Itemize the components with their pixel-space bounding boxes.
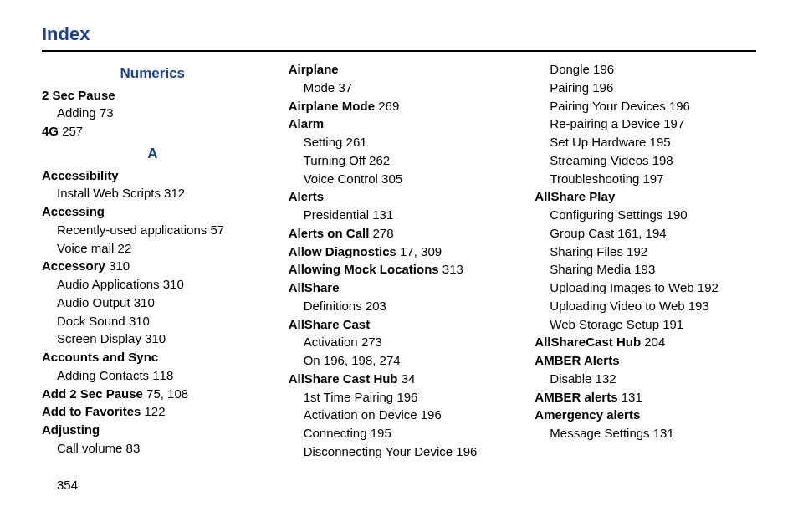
index-subentry: Uploading Images to Web	[550, 280, 693, 294]
index-page: 261	[346, 135, 367, 149]
index-page: 193	[634, 262, 655, 276]
index-page: 161, 194	[617, 226, 666, 240]
index-subentry: Voice mail	[57, 241, 114, 255]
index-page: 37	[338, 80, 352, 95]
index-page: 310	[134, 295, 155, 309]
index-subentry: Uploading Video to Web	[550, 299, 684, 313]
index-subentry: Presidential	[304, 207, 369, 222]
index-term: AllShare Cast	[289, 317, 371, 331]
index-term: AllShareCast Hub	[535, 335, 641, 349]
index-subentry: Pairing Your Devices	[550, 99, 665, 113]
index-page: 17, 309	[400, 244, 442, 258]
index-term: Add to Favorites	[42, 404, 141, 418]
index-page: 191	[662, 317, 683, 331]
index-term: AllShare	[289, 280, 340, 294]
index-subentry: 1st Time Pairing	[304, 390, 394, 404]
index-subentry: Group Cast	[550, 226, 614, 240]
section-numerics: Numerics	[42, 64, 263, 84]
index-term: Allow Diagnostics	[289, 244, 396, 258]
index-page: 132	[596, 371, 616, 386]
index-page: 192	[698, 280, 719, 294]
index-subentry: Troubleshooting	[550, 171, 639, 186]
index-page: 310	[145, 331, 166, 345]
section-a: A	[42, 144, 263, 165]
index-subentry: Activation	[304, 335, 358, 349]
index-term: Adjusting	[42, 422, 100, 437]
index-term: AMBER Alerts	[535, 353, 619, 367]
index-subentry: Setting	[304, 135, 343, 149]
index-term: 2 Sec Pause	[42, 88, 115, 102]
index-page: 131	[653, 426, 674, 440]
index-subentry: Definitions	[304, 299, 362, 313]
horizontal-rule	[42, 50, 756, 52]
index-columns: Numerics 2 Sec Pause Adding 73 4G 257 A …	[42, 60, 756, 494]
index-page: 192	[627, 244, 647, 258]
page-title: Index	[42, 23, 756, 45]
index-subentry: Disconnecting Your Device	[304, 444, 453, 458]
index-page: 197	[643, 171, 664, 186]
index-page: 131	[372, 207, 393, 222]
index-term: Accessory	[42, 258, 105, 273]
index-subentry: Web Storage Setup	[550, 317, 659, 331]
index-term: Allowing Mock Locations	[289, 262, 439, 276]
index-term: Add 2 Sec Pause	[42, 386, 143, 401]
index-subentry: Recently-used applications	[57, 223, 207, 237]
index-subentry: Sharing Media	[550, 262, 631, 276]
index-subentry: Message Settings	[550, 426, 649, 440]
index-term: Accounts and Sync	[42, 350, 158, 364]
index-page: 313	[442, 262, 463, 276]
index-page: 118	[152, 368, 173, 382]
index-term: Alarm	[289, 116, 325, 130]
index-page: 122	[145, 404, 166, 418]
index-column-3: Dongle 196 Pairing 196 Pairing Your Devi…	[535, 60, 756, 494]
index-page: 190	[667, 207, 688, 222]
index-page: 195	[371, 426, 391, 440]
index-term: AMBER alerts	[535, 390, 617, 404]
index-page: 310	[163, 277, 184, 291]
index-page: 196	[396, 390, 417, 404]
index-subentry: Screen Display	[57, 331, 141, 345]
index-subentry: Mode	[304, 80, 335, 95]
index-term: AllShare Play	[535, 189, 615, 203]
index-term: 4G	[42, 124, 59, 138]
index-subentry: Re-pairing a Device	[550, 116, 660, 130]
index-subentry: Adding Contacts	[57, 368, 149, 382]
index-subentry: Sharing Files	[550, 244, 623, 258]
index-page: 312	[164, 186, 185, 200]
index-subentry: Audio Applications	[57, 277, 160, 291]
index-subentry: Voice Control	[304, 171, 378, 186]
index-page: 57	[210, 223, 224, 237]
index-subentry: Dock Sound	[57, 314, 125, 328]
index-subentry: Disable	[550, 371, 591, 386]
index-term: Alerts on Call	[289, 226, 370, 240]
index-subentry: Connecting	[304, 426, 367, 440]
index-page: 198	[652, 153, 673, 167]
index-page: 305	[381, 171, 402, 186]
index-page: 131	[622, 390, 642, 404]
index-term: Alerts	[289, 189, 325, 203]
index-subentry: Set Up Hardware	[550, 135, 646, 149]
index-page: 310	[109, 258, 130, 273]
index-page: 262	[369, 153, 390, 167]
index-column-1: Numerics 2 Sec Pause Adding 73 4G 257 A …	[42, 60, 263, 494]
index-page: 196, 198, 274	[324, 353, 401, 367]
index-subentry: Dongle	[550, 62, 590, 76]
index-column-2: Airplane Mode 37 Airplane Mode 269 Alarm…	[289, 60, 510, 494]
index-term: AllShare Cast Hub	[289, 371, 398, 386]
index-page: 196	[456, 444, 477, 458]
index-page: 196	[593, 62, 614, 76]
index-page: 257	[62, 124, 83, 138]
index-subentry: On	[304, 353, 320, 367]
index-page: 193	[688, 299, 709, 313]
index-page: 196	[669, 99, 690, 113]
index-page: 83	[126, 441, 141, 455]
index-page: 75, 108	[146, 386, 188, 401]
index-page: 310	[129, 314, 150, 328]
index-subentry: Pairing	[550, 80, 589, 95]
index-subentry: Activation on Device	[304, 407, 417, 422]
index-term: Accessibility	[42, 168, 119, 182]
index-page: 196	[421, 407, 442, 422]
index-page: 269	[378, 99, 399, 113]
index-page: 195	[650, 135, 671, 149]
index-page: 278	[373, 226, 394, 240]
